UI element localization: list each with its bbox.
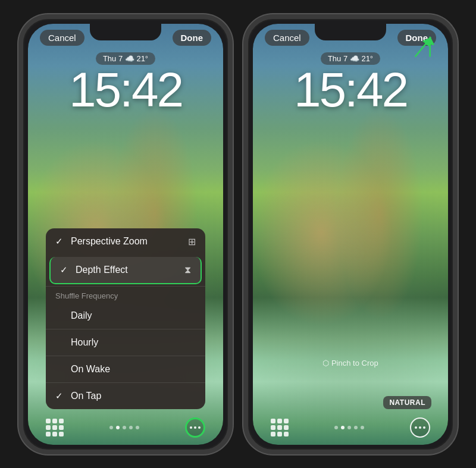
perspective-zoom-item[interactable]: ✓ Perspective Zoom ⊞: [46, 228, 205, 255]
left-side-button-vol-up-2: [243, 111, 246, 144]
options-menu-button[interactable]: [185, 417, 205, 438]
bottom-bar-right: [253, 417, 448, 438]
three-dots-icon: [190, 426, 201, 429]
context-menu: ✓ Perspective Zoom ⊞ ✓ Depth Effect ⧗ Sh…: [46, 228, 205, 409]
bottom-bar: [28, 417, 223, 438]
three-dots-icon-right: [415, 426, 425, 429]
notch-right: [315, 24, 386, 40]
on-tap-label: On Tap: [71, 391, 101, 401]
shuffle-frequency-header: Shuffle Frequency: [46, 286, 205, 303]
wallpaper-grid-button[interactable]: [46, 419, 64, 436]
pinch-to-crop-label: ⬡ Pinch to Crop: [322, 359, 378, 368]
depth-effect-label: Depth Effect: [76, 265, 128, 275]
options-menu-button-right[interactable]: [410, 417, 430, 438]
left-side-button-vol-down: [18, 151, 21, 184]
done-button[interactable]: Done: [173, 30, 212, 46]
left-side-button-vol-up: [18, 111, 21, 144]
natural-badge: NATURAL: [383, 396, 431, 409]
done-button-right[interactable]: Done: [397, 30, 437, 46]
hourly-label: Hourly: [71, 337, 98, 348]
perspective-zoom-check: ✓: [55, 236, 65, 247]
right-phone-screen: Cancel Done Thu 7 ☁️ 21° 15:42 ⬡ Pinch t…: [253, 24, 448, 445]
right-phone-frame: Cancel Done Thu 7 ☁️ 21° 15:42 ⬡ Pinch t…: [243, 14, 458, 454]
depth-effect-icon: ⧗: [184, 265, 191, 275]
left-side-button-mute: [18, 84, 21, 103]
clock-right: 15:42: [253, 65, 448, 114]
perspective-zoom-label: Perspective Zoom: [71, 236, 148, 247]
cancel-button-right[interactable]: Cancel: [265, 30, 309, 46]
time-display: 15:42: [28, 65, 223, 114]
page-dots: [109, 426, 139, 429]
on-wake-label: On Wake: [71, 364, 110, 375]
notch: [90, 24, 161, 40]
left-phone-screen: Cancel Done Thu 7 ☁️ 21° 15:42: [28, 24, 223, 445]
page-dots-right: [334, 426, 364, 429]
wallpaper-grid-button-right[interactable]: [271, 419, 289, 436]
daily-label: Daily: [71, 310, 92, 321]
depth-effect-item[interactable]: ✓ Depth Effect ⧗: [49, 257, 202, 284]
left-phone-frame: Cancel Done Thu 7 ☁️ 21° 15:42: [18, 14, 233, 454]
perspective-zoom-icon: ⊞: [188, 236, 196, 247]
hourly-item[interactable]: ✓ Hourly: [46, 329, 205, 356]
on-wake-item[interactable]: ✓ On Wake: [46, 356, 205, 382]
clock: 15:42: [28, 65, 223, 114]
daily-item[interactable]: ✓ Daily: [46, 303, 205, 329]
cancel-button[interactable]: Cancel: [40, 30, 84, 46]
right-side-button-2: [455, 102, 458, 141]
on-tap-check: ✓: [55, 391, 65, 401]
right-side-button: [230, 102, 233, 141]
time-display-right: 15:42: [253, 65, 448, 114]
left-side-button-mute-2: [243, 84, 246, 103]
left-side-button-vol-down-2: [243, 151, 246, 184]
depth-effect-check: ✓: [60, 265, 70, 275]
right-phone: Cancel Done Thu 7 ☁️ 21° 15:42 ⬡ Pinch t…: [243, 14, 458, 454]
people-overlay-right: [253, 59, 448, 445]
on-tap-item[interactable]: ✓ On Tap: [46, 382, 205, 409]
left-phone: Cancel Done Thu 7 ☁️ 21° 15:42: [18, 14, 233, 454]
